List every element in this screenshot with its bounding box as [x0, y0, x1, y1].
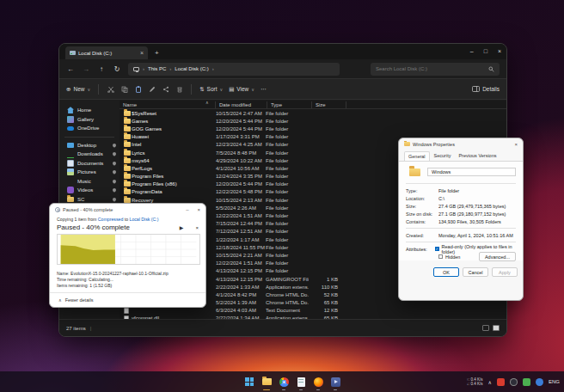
tab-close-icon[interactable]: ×	[140, 50, 144, 56]
fewer-details-button[interactable]: ∧ Fewer details	[57, 293, 199, 303]
sort-button[interactable]: ⇅ Sort ∨	[199, 86, 223, 93]
tray-expand-icon[interactable]: ∧	[488, 379, 492, 385]
sidebar-item-icon	[67, 126, 74, 131]
breadcrumb-local-disk[interactable]: Local Disk (C:)	[175, 66, 208, 71]
table-row[interactable]: $SysReset 10/15/2024 2:47 AM File folder	[120, 109, 506, 117]
sidebar-item-icon	[67, 187, 74, 193]
file-type: File folder	[266, 158, 309, 163]
column-header-name[interactable]: Name	[120, 101, 216, 108]
breadcrumb[interactable]: › This PC › Local Disk (C:) ›	[128, 63, 340, 76]
close-button[interactable]: ×	[197, 207, 200, 212]
column-header-date[interactable]: Date modified	[216, 101, 267, 108]
resume-button[interactable]: ▶	[180, 224, 184, 230]
destination-link[interactable]: Local Disk (C:)	[130, 217, 159, 222]
sidebar-item[interactable]: Desktop	[59, 141, 120, 150]
advanced-button[interactable]: Advanced...	[479, 252, 516, 261]
close-button[interactable]: ×	[514, 142, 518, 147]
new-button[interactable]: ⊕ New ∨	[66, 86, 90, 93]
forward-button[interactable]: →	[82, 65, 90, 73]
file-type: File folder	[266, 229, 309, 234]
details-pane-button[interactable]: Details	[472, 86, 500, 92]
sidebar-item[interactable]: Documents	[59, 159, 120, 168]
language-indicator[interactable]: ENG	[549, 379, 564, 384]
sidebar-item[interactable]: Pictures	[59, 168, 120, 177]
table-row[interactable]: Games 12/20/2024 5:44 PM File folder	[120, 117, 506, 125]
minimize-button[interactable]: –	[470, 48, 474, 54]
up-button[interactable]: ↑	[97, 65, 106, 73]
cut-button[interactable]	[107, 85, 114, 93]
sidebar-item[interactable]: Home	[59, 106, 120, 115]
share-button[interactable]	[162, 85, 169, 93]
taskbar-notepad[interactable]	[296, 377, 306, 387]
file-size: 12 KB	[309, 308, 343, 313]
command-toolbar: ⊕ New ∨ ⇅	[59, 78, 506, 100]
cancel-copy-button[interactable]: ×	[195, 225, 199, 230]
refresh-button[interactable]: ↻	[113, 65, 121, 73]
hidden-checkbox[interactable]	[438, 254, 443, 259]
taskbar-chrome[interactable]	[279, 377, 289, 387]
sidebar-item[interactable]: Videos	[59, 186, 120, 195]
details-view-toggle[interactable]	[482, 325, 489, 331]
copy-button[interactable]	[120, 85, 128, 93]
start-button[interactable]	[244, 377, 254, 387]
properties-tab[interactable]: Security	[431, 151, 455, 161]
file-type: File folder	[266, 174, 309, 179]
taskbar-file-explorer[interactable]	[261, 377, 272, 387]
more-options-button[interactable]: ⋯	[261, 86, 267, 93]
properties-tab[interactable]: General	[404, 151, 430, 161]
drive-icon	[70, 51, 76, 55]
file-name: Lyrics	[132, 150, 216, 156]
rename-button[interactable]	[148, 85, 156, 93]
table-row[interactable]: 6/3/2024 4:03 AM Text Document 12 KB	[120, 307, 506, 315]
source-link[interactable]: Compressed	[98, 217, 123, 222]
tray-app-green-icon[interactable]	[523, 378, 530, 386]
file-name: msys64	[132, 158, 216, 163]
date-modified: 10/15/2024 2:21 AM	[216, 253, 266, 258]
maximize-button[interactable]: □	[484, 48, 487, 54]
sidebar-item[interactable]: OneDrive	[59, 124, 120, 133]
search-input[interactable]	[376, 66, 488, 71]
sidebar-item[interactable]: Gallery	[59, 115, 120, 125]
breadcrumb-this-pc[interactable]: This PC	[148, 66, 166, 71]
tray-app-blue-icon[interactable]	[536, 378, 543, 386]
date-modified: 12/20/2024 5:44 PM	[216, 119, 266, 124]
close-button[interactable]: ×	[498, 48, 501, 54]
file-type: File folder	[266, 150, 309, 156]
folder-icon	[124, 111, 131, 116]
minimize-button[interactable]: –	[186, 207, 188, 212]
taskbar-movies-tv[interactable]	[330, 377, 340, 387]
taskbar-firefox[interactable]	[313, 377, 323, 387]
chevron-down-icon: ∨	[220, 87, 224, 92]
sidebar-item[interactable]: Music	[59, 177, 120, 187]
tab-local-disk-c[interactable]: Local Disk (C:) ×	[65, 46, 148, 59]
copy-file-name: Name: EvolutionX-15.0-20241227-raphael-1…	[57, 271, 199, 277]
tray-app-red-icon[interactable]	[497, 378, 505, 386]
date-modified: 1/22/2024 1:17 AM	[216, 237, 266, 242]
search-box[interactable]	[371, 63, 500, 76]
readonly-checkbox[interactable]: ✓	[435, 247, 439, 251]
tray-app-dark-icon[interactable]	[510, 378, 518, 386]
column-header-size[interactable]: Size	[312, 101, 346, 108]
file-name: Huawei	[132, 134, 216, 139]
table-row[interactable]: GOG Games 12/20/2024 5:44 PM File folder	[120, 125, 506, 132]
new-tab-button[interactable]: +	[155, 46, 159, 59]
folder-icon	[124, 119, 131, 124]
apply-button[interactable]: Apply	[492, 267, 518, 277]
column-header-type[interactable]: Type	[267, 101, 312, 108]
chevron-down-icon: ∨	[87, 87, 90, 92]
icons-view-toggle[interactable]	[493, 325, 500, 331]
file-type: File folder	[266, 268, 309, 273]
date-modified: 12/22/2024 5:48 PM	[216, 189, 266, 194]
cancel-button[interactable]: Cancel	[463, 267, 488, 277]
properties-tab[interactable]: Previous Versions	[455, 151, 500, 161]
sidebar-item[interactable]: Downloads	[59, 150, 120, 159]
paste-button[interactable]	[134, 85, 142, 93]
folder-name-field[interactable]: Windows	[427, 168, 516, 176]
file-name: Recovery	[132, 198, 216, 203]
view-button[interactable]: ▤ View ∨	[229, 86, 254, 93]
delete-button[interactable]	[175, 85, 183, 93]
date-modified: 12/20/2024 5:44 PM	[216, 181, 266, 187]
ok-button[interactable]: OK	[433, 267, 459, 277]
sidebar-item-label: Desktop	[77, 143, 96, 148]
back-button[interactable]: ←	[66, 65, 75, 73]
